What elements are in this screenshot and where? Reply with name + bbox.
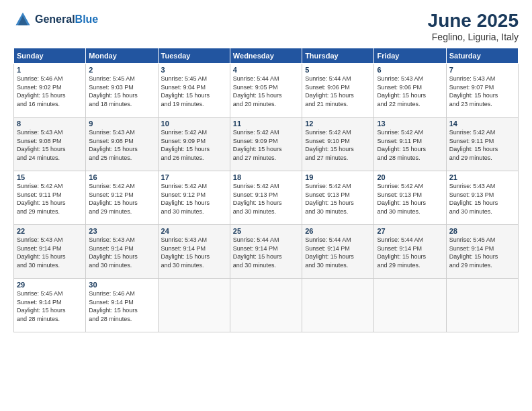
day-info: Sunrise: 5:45 AMSunset: 9:14 PMDaylight:… — [449, 236, 515, 269]
header: GeneralBlue June 2025 Feglino, Liguria, … — [13, 10, 519, 42]
calendar-cell: 25Sunrise: 5:44 AMSunset: 9:14 PMDayligh… — [230, 225, 302, 279]
day-number: 25 — [233, 227, 299, 235]
day-info: Sunrise: 5:43 AMSunset: 9:08 PMDaylight:… — [17, 128, 83, 162]
col-sunday: Sunday — [14, 48, 86, 64]
calendar-week-2: 8Sunrise: 5:43 AMSunset: 9:08 PMDaylight… — [14, 118, 519, 171]
calendar-cell: 4Sunrise: 5:44 AMSunset: 9:05 PMDaylight… — [230, 64, 302, 118]
calendar-cell: 10Sunrise: 5:42 AMSunset: 9:09 PMDayligh… — [158, 118, 230, 171]
day-number: 29 — [17, 281, 83, 289]
day-number: 3 — [161, 66, 227, 74]
day-info: Sunrise: 5:42 AMSunset: 9:09 PMDaylight:… — [161, 128, 227, 162]
day-info: Sunrise: 5:46 AMSunset: 9:14 PMDaylight:… — [89, 289, 154, 323]
col-thursday: Thursday — [302, 48, 374, 64]
day-info: Sunrise: 5:45 AMSunset: 9:14 PMDaylight:… — [17, 289, 83, 323]
calendar-cell: 8Sunrise: 5:43 AMSunset: 9:08 PMDaylight… — [14, 118, 86, 171]
location: Feglino, Liguria, Italy — [428, 32, 519, 42]
calendar-cell: 29Sunrise: 5:45 AMSunset: 9:14 PMDayligh… — [14, 279, 86, 332]
day-info: Sunrise: 5:44 AMSunset: 9:14 PMDaylight:… — [233, 236, 299, 269]
day-info: Sunrise: 5:43 AMSunset: 9:13 PMDaylight:… — [449, 182, 515, 216]
calendar-cell: 13Sunrise: 5:42 AMSunset: 9:11 PMDayligh… — [374, 118, 446, 171]
calendar-cell: 27Sunrise: 5:44 AMSunset: 9:14 PMDayligh… — [374, 225, 446, 279]
calendar-header: Sunday Monday Tuesday Wednesday Thursday… — [14, 48, 519, 64]
day-number: 4 — [233, 66, 299, 74]
day-info: Sunrise: 5:46 AMSunset: 9:02 PMDaylight:… — [17, 75, 83, 108]
calendar-cell: 28Sunrise: 5:45 AMSunset: 9:14 PMDayligh… — [446, 225, 518, 279]
calendar-cell: 11Sunrise: 5:42 AMSunset: 9:09 PMDayligh… — [230, 118, 302, 171]
day-info: Sunrise: 5:45 AMSunset: 9:04 PMDaylight:… — [161, 75, 227, 108]
calendar-cell: 20Sunrise: 5:42 AMSunset: 9:13 PMDayligh… — [374, 171, 446, 225]
day-info: Sunrise: 5:43 AMSunset: 9:07 PMDaylight:… — [449, 75, 515, 108]
day-info: Sunrise: 5:42 AMSunset: 9:11 PMDaylight:… — [17, 182, 83, 216]
calendar-cell: 24Sunrise: 5:43 AMSunset: 9:14 PMDayligh… — [158, 225, 230, 279]
calendar-cell: 18Sunrise: 5:42 AMSunset: 9:13 PMDayligh… — [230, 171, 302, 225]
day-number: 1 — [17, 66, 83, 74]
day-number: 12 — [305, 120, 371, 128]
calendar-cell: 14Sunrise: 5:42 AMSunset: 9:11 PMDayligh… — [446, 118, 518, 171]
calendar-table: Sunday Monday Tuesday Wednesday Thursday… — [13, 48, 519, 332]
day-info: Sunrise: 5:44 AMSunset: 9:05 PMDaylight:… — [233, 75, 299, 108]
calendar-cell — [446, 279, 518, 332]
day-info: Sunrise: 5:43 AMSunset: 9:14 PMDaylight:… — [17, 236, 83, 269]
title-area: June 2025 Feglino, Liguria, Italy — [428, 10, 519, 42]
day-info: Sunrise: 5:42 AMSunset: 9:09 PMDaylight:… — [233, 128, 299, 162]
day-number: 11 — [233, 120, 299, 128]
calendar-body: 1Sunrise: 5:46 AMSunset: 9:02 PMDaylight… — [14, 64, 519, 332]
calendar-cell: 26Sunrise: 5:44 AMSunset: 9:14 PMDayligh… — [302, 225, 374, 279]
col-saturday: Saturday — [446, 48, 518, 64]
calendar-cell: 9Sunrise: 5:43 AMSunset: 9:08 PMDaylight… — [86, 118, 158, 171]
col-tuesday: Tuesday — [158, 48, 230, 64]
day-info: Sunrise: 5:42 AMSunset: 9:10 PMDaylight:… — [305, 128, 371, 162]
calendar-cell: 7Sunrise: 5:43 AMSunset: 9:07 PMDaylight… — [446, 64, 518, 118]
col-monday: Monday — [86, 48, 158, 64]
calendar-cell: 12Sunrise: 5:42 AMSunset: 9:10 PMDayligh… — [302, 118, 374, 171]
calendar-week-1: 1Sunrise: 5:46 AMSunset: 9:02 PMDaylight… — [14, 64, 519, 118]
day-number: 23 — [89, 227, 154, 235]
day-number: 10 — [161, 120, 227, 128]
header-row: Sunday Monday Tuesday Wednesday Thursday… — [14, 48, 519, 64]
day-number: 6 — [377, 66, 443, 74]
day-info: Sunrise: 5:43 AMSunset: 9:06 PMDaylight:… — [377, 75, 443, 108]
calendar-cell — [374, 279, 446, 332]
calendar-week-3: 15Sunrise: 5:42 AMSunset: 9:11 PMDayligh… — [14, 171, 519, 225]
calendar-cell: 17Sunrise: 5:42 AMSunset: 9:12 PMDayligh… — [158, 171, 230, 225]
day-info: Sunrise: 5:43 AMSunset: 9:08 PMDaylight:… — [89, 128, 154, 162]
calendar-cell: 1Sunrise: 5:46 AMSunset: 9:02 PMDaylight… — [14, 64, 86, 118]
calendar-cell: 6Sunrise: 5:43 AMSunset: 9:06 PMDaylight… — [374, 64, 446, 118]
day-number: 24 — [161, 227, 227, 235]
day-number: 22 — [17, 227, 83, 235]
logo: GeneralBlue — [13, 10, 98, 29]
month-title: June 2025 — [428, 10, 519, 32]
day-info: Sunrise: 5:42 AMSunset: 9:12 PMDaylight:… — [161, 182, 227, 216]
day-number: 19 — [305, 173, 371, 181]
day-number: 16 — [89, 173, 154, 181]
day-info: Sunrise: 5:42 AMSunset: 9:13 PMDaylight:… — [377, 182, 443, 216]
calendar-cell: 21Sunrise: 5:43 AMSunset: 9:13 PMDayligh… — [446, 171, 518, 225]
col-friday: Friday — [374, 48, 446, 64]
day-info: Sunrise: 5:44 AMSunset: 9:06 PMDaylight:… — [305, 75, 371, 108]
day-number: 7 — [449, 66, 515, 74]
day-number: 2 — [89, 66, 154, 74]
day-number: 18 — [233, 173, 299, 181]
calendar-cell — [230, 279, 302, 332]
day-number: 17 — [161, 173, 227, 181]
calendar-cell — [302, 279, 374, 332]
calendar-week-5: 29Sunrise: 5:45 AMSunset: 9:14 PMDayligh… — [14, 279, 519, 332]
day-number: 8 — [17, 120, 83, 128]
calendar-cell — [158, 279, 230, 332]
calendar-cell: 22Sunrise: 5:43 AMSunset: 9:14 PMDayligh… — [14, 225, 86, 279]
logo-icon — [13, 10, 32, 29]
day-number: 28 — [449, 227, 515, 235]
day-number: 30 — [89, 281, 154, 289]
day-number: 13 — [377, 120, 443, 128]
day-info: Sunrise: 5:43 AMSunset: 9:14 PMDaylight:… — [161, 236, 227, 269]
day-info: Sunrise: 5:43 AMSunset: 9:14 PMDaylight:… — [89, 236, 154, 269]
calendar-cell: 5Sunrise: 5:44 AMSunset: 9:06 PMDaylight… — [302, 64, 374, 118]
day-number: 20 — [377, 173, 443, 181]
page: GeneralBlue June 2025 Feglino, Liguria, … — [0, 0, 532, 411]
day-number: 26 — [305, 227, 371, 235]
calendar-cell: 15Sunrise: 5:42 AMSunset: 9:11 PMDayligh… — [14, 171, 86, 225]
day-info: Sunrise: 5:42 AMSunset: 9:11 PMDaylight:… — [449, 128, 515, 162]
day-info: Sunrise: 5:44 AMSunset: 9:14 PMDaylight:… — [377, 236, 443, 269]
day-number: 27 — [377, 227, 443, 235]
logo-general: General — [35, 13, 75, 25]
